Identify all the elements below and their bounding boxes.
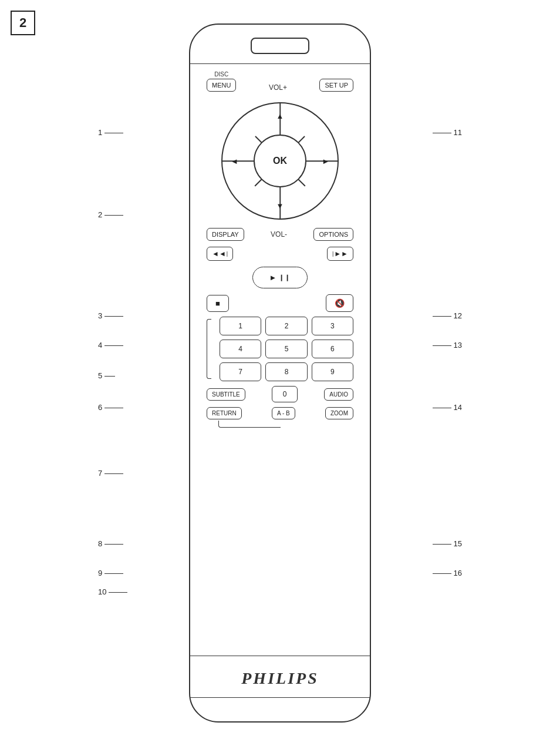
num-4-button[interactable]: 4: [220, 340, 261, 358]
return-row: RETURN A - B ZOOM: [202, 407, 358, 419]
num-9-button[interactable]: 9: [312, 362, 353, 381]
brand-divider-bottom: [190, 697, 370, 698]
label-8: 8: [98, 539, 123, 548]
numpad-bracket-bottom: [218, 421, 281, 428]
label-2: 2: [98, 210, 123, 219]
brand-label: PHILIPS: [241, 669, 318, 688]
disc-label: DISC: [214, 71, 228, 78]
num-3-button[interactable]: 3: [312, 317, 353, 335]
stop-mute-row: ■ 🔇: [202, 294, 358, 312]
num-7-button[interactable]: 7: [220, 362, 261, 381]
zoom-button[interactable]: ZOOM: [325, 407, 353, 419]
label-4: 4: [98, 341, 123, 350]
menu-button[interactable]: MENU: [207, 79, 236, 92]
label-13: 13: [433, 341, 462, 350]
remote-content: DISC MENU VOL+ SET UP ▲ ▼ ◄ ► OK: [190, 64, 370, 650]
vol-plus-label: VOL+: [269, 83, 287, 92]
options-button[interactable]: OPTIONS: [313, 228, 353, 241]
display-row: DISPLAY VOL- OPTIONS: [202, 228, 358, 241]
audio-button[interactable]: AUDIO: [324, 388, 353, 401]
page-number: 2: [11, 11, 35, 35]
disc-menu-group: DISC MENU: [207, 71, 236, 92]
arrow-left-icon[interactable]: ◄: [231, 157, 238, 166]
skip-row: ◄◄ | | ►►: [202, 247, 358, 261]
label-11: 11: [433, 128, 462, 137]
brand-divider-top: [190, 656, 370, 656]
num-8-button[interactable]: 8: [265, 362, 307, 381]
stop-button[interactable]: ■: [207, 295, 229, 312]
ir-window: [251, 38, 309, 54]
label-1: 1: [98, 128, 123, 137]
remote-wrapper: 1 2 3 4 5 6 7 8 9 10: [98, 23, 462, 734]
arrow-right-icon[interactable]: ►: [322, 157, 329, 166]
arrow-down-icon[interactable]: ▼: [276, 201, 284, 210]
return-button[interactable]: RETURN: [207, 407, 242, 419]
label-3: 3: [98, 311, 123, 320]
label-12: 12: [433, 311, 462, 320]
label-15: 15: [433, 539, 462, 548]
ok-button[interactable]: OK: [254, 135, 306, 187]
prev-skip-button[interactable]: ◄◄ |: [207, 247, 233, 261]
display-button[interactable]: DISPLAY: [207, 228, 244, 241]
label-16: 16: [433, 569, 462, 577]
label-5: 5: [98, 371, 115, 380]
remote-body: DISC MENU VOL+ SET UP ▲ ▼ ◄ ► OK: [189, 23, 371, 723]
label-14: 14: [433, 403, 462, 412]
vol-minus-label: VOL-: [271, 230, 287, 238]
num-0-button[interactable]: 0: [272, 386, 298, 402]
num-2-button[interactable]: 2: [265, 317, 307, 335]
setup-button[interactable]: SET UP: [319, 79, 353, 92]
ab-button[interactable]: A - B: [272, 407, 295, 419]
numpad-grid: 1 2 3 4 5 6 7 8 9: [214, 317, 353, 381]
label-10: 10: [98, 587, 127, 596]
subtitle-button[interactable]: SUBTITLE: [207, 388, 245, 401]
arrow-up-icon[interactable]: ▲: [276, 112, 284, 120]
num-6-button[interactable]: 6: [312, 340, 353, 358]
next-skip-button[interactable]: | ►►: [327, 247, 353, 261]
label-6: 6: [98, 403, 123, 412]
num-1-button[interactable]: 1: [220, 317, 261, 335]
dpad[interactable]: ▲ ▼ ◄ ► OK: [221, 102, 339, 220]
play-pause-button[interactable]: ►❙❙: [252, 267, 308, 288]
numpad-section: 1 2 3 4 5 6 7 8 9: [202, 317, 358, 381]
subtitle-row: SUBTITLE 0 AUDIO: [202, 386, 358, 402]
mute-button[interactable]: 🔇: [326, 294, 353, 312]
num-5-button[interactable]: 5: [265, 340, 307, 358]
mute-icon: 🔇: [335, 298, 345, 308]
label-9: 9: [98, 569, 123, 577]
label-7: 7: [98, 469, 123, 478]
